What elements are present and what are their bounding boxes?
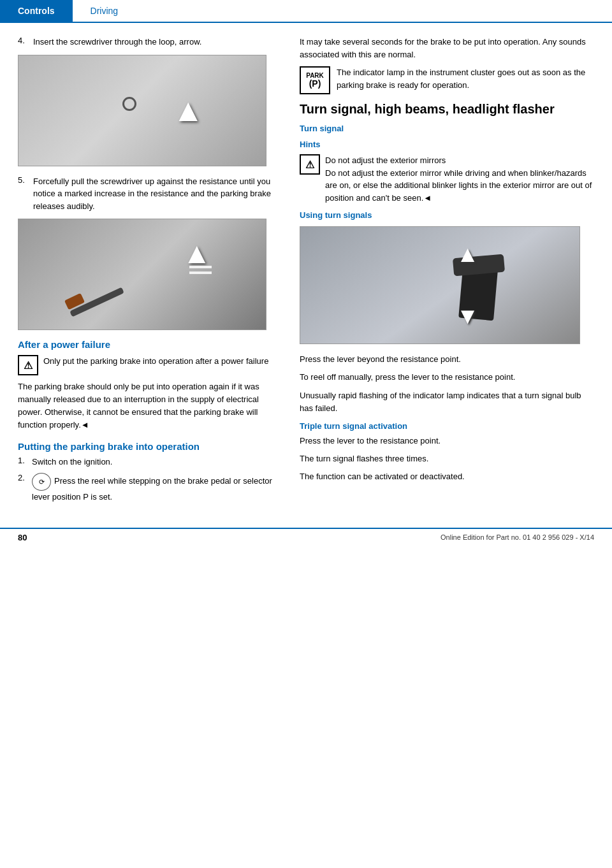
warning-text-1: Do not adjust the exterior mirrors [325,154,597,167]
putting-brake-step-1-num: 1. [18,456,32,465]
tab-controls[interactable]: Controls [0,0,73,22]
putting-brake-step-1: 1. Switch on the ignition. [18,456,278,468]
exterior-mirror-warning: ⚠ Do not adjust the exterior mirrors Do … [300,154,597,204]
brake-operation-intro: It may take several seconds for the brak… [300,36,597,61]
triple-turn-signal-heading: Triple turn signal activation [300,421,597,431]
main-content: 4. Insert the screwdriver through the lo… [0,23,612,521]
step-5-text: Forcefully pull the screwdriver up again… [33,175,278,213]
image-turn-signal-lever: ▲ ▼ [300,226,580,344]
page-footer: 80 Online Edition for Part no. 01 40 2 9… [0,528,612,546]
turn-signal-section-heading: Turn signal, high beams, headlight flash… [300,101,597,117]
power-failure-warning: ⚠ Only put the parking brake into operat… [18,355,278,375]
power-failure-body: The parking brake should only be put int… [18,380,278,432]
left-column: 4. Insert the screwdriver through the lo… [0,36,293,509]
putting-brake-step-2-text: ⟳Press the reel while stepping on the br… [32,473,278,503]
after-power-failure-heading: After a power failure [18,339,278,350]
park-indicator-text: The indicator lamp in the instrument clu… [337,66,597,91]
putting-brake-steps: 1. Switch on the ignition. 2. ⟳Press the… [18,456,278,503]
reel-icon: ⟳ [32,473,51,491]
tab-driving[interactable]: Driving [73,0,136,22]
arrow-up-icon-3: ▲ [456,241,479,268]
press-lever-text: Press the lever beyond the resistance po… [300,353,597,366]
image-screwdriver-loop: ▲ [18,55,266,166]
step-4-text: Insert the screwdriver through the loop,… [33,36,201,48]
power-failure-warning-text: Only put the parking brake into operatio… [43,355,268,368]
putting-brake-step-2-num: 2. [18,473,32,482]
triple-text-2: The turn signal flashes three times. [300,452,597,465]
putting-brake-step-2: 2. ⟳Press the reel while stepping on the… [18,473,278,503]
image-screwdriver-pull: ▲ [18,219,266,330]
triple-text-1: Press the lever to the resistance point. [300,435,597,447]
rapid-flash-text: Unusually rapid flashing of the indicato… [300,389,597,415]
park-icon: PARK (P) [300,66,330,94]
arrow-down-icon: ▼ [456,303,479,329]
step-5-number: 5. [18,175,33,213]
putting-brake-step-1-text: Switch on the ignition. [32,456,112,468]
warning-text-2: Do not adjust the exterior mirror while … [325,167,597,205]
step-4-number: 4. [18,36,33,48]
step-4: 4. Insert the screwdriver through the lo… [18,36,278,48]
using-turn-signals-heading: Using turn signals [300,210,597,220]
hints-subheading: Hints [300,140,597,149]
park-indicator-section: PARK (P) The indicator lamp in the instr… [300,66,597,94]
page-number: 80 [18,533,27,542]
warning-icon-2: ⚠ [300,154,320,175]
page-header: Controls Driving [0,0,612,23]
putting-brake-heading: Putting the parking brake into operation [18,441,278,452]
reel-off-text: To reel off manually, press the lever to… [300,371,597,384]
step-5: 5. Forcefully pull the screwdriver up ag… [18,175,278,213]
footer-text: Online Edition for Part no. 01 40 2 956 … [441,533,594,541]
right-column: It may take several seconds for the brak… [293,36,612,509]
warning-icon-1: ⚠ [18,355,38,375]
triple-text-3: The function can be activated or deactiv… [300,470,597,483]
turn-signal-subheading: Turn signal [300,124,597,133]
